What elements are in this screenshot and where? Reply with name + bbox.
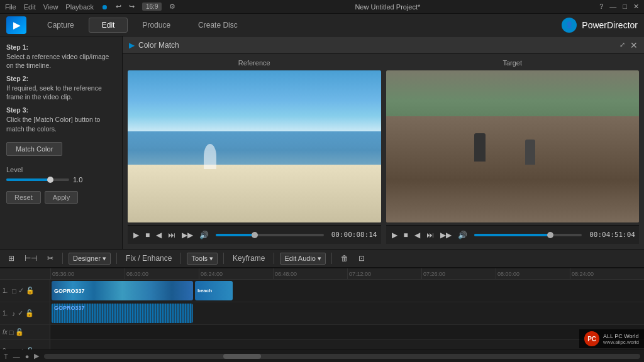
mountain-scene-bg bbox=[386, 70, 640, 222]
tgt-scrubber-fill bbox=[474, 234, 550, 236]
ref-step-fwd-btn[interactable]: ⏭ bbox=[166, 229, 177, 241]
designer-dropdown[interactable]: Designer ▾ bbox=[69, 253, 111, 265]
chevron-down-icon3: ▾ bbox=[318, 255, 321, 263]
target-pane: Target ▶ ■ ◀ ⏭ ▶▶ 🔊 bbox=[386, 59, 640, 244]
editor-toolbar: ⊞ ⊢⊣ ✂ Designer ▾ Fix / Enhance Tools ▾ … bbox=[0, 249, 644, 268]
tgt-stop-btn[interactable]: ■ bbox=[402, 229, 410, 241]
track-fx-controls: fx □ 🔓 bbox=[0, 325, 50, 339]
audio-clip-label: GOPRO337 bbox=[54, 305, 85, 311]
nav-left: ▶ Capture Edit Produce Create Disc bbox=[6, 16, 251, 34]
timeline-ruler: 05:36:00 06:00:00 06:24:00 06:48:00 07:1… bbox=[0, 268, 644, 280]
user-avatar: 👤 bbox=[562, 18, 577, 33]
help-btn[interactable]: ? bbox=[599, 3, 603, 11]
ruler-mark-7: 08:24:00 bbox=[570, 268, 644, 280]
unlink-btn[interactable]: ⊡ bbox=[355, 253, 368, 264]
dialog-close-button[interactable]: ✕ bbox=[630, 40, 638, 50]
close-btn[interactable]: ✕ bbox=[633, 3, 639, 11]
ref-audio-btn[interactable]: 🔊 bbox=[197, 229, 211, 241]
ref-prev-btn[interactable]: ◀ bbox=[154, 229, 164, 241]
dialog-header: ▶ Color Match ⤢ ✕ bbox=[123, 36, 644, 54]
tgt-audio-btn[interactable]: 🔊 bbox=[456, 229, 469, 241]
reference-controls: ▶ ■ ◀ ⏭ ▶▶ 🔊 00:00:08:14 bbox=[128, 225, 381, 244]
expand-icon[interactable]: ⤢ bbox=[619, 41, 625, 49]
clip-2-label: beach bbox=[197, 288, 212, 293]
step3: Step 3:Click the [Match Color] button to… bbox=[6, 106, 116, 133]
chevron-down-icon2: ▾ bbox=[209, 255, 213, 263]
reference-video bbox=[128, 70, 381, 222]
apply-button[interactable]: Apply bbox=[45, 191, 79, 204]
clip-1-thumb: GOPRO337 bbox=[52, 281, 193, 300]
reference-scrubber[interactable] bbox=[216, 234, 323, 236]
audio-clip-1[interactable]: GOPRO337 bbox=[52, 304, 193, 323]
track-fx-body[interactable] bbox=[50, 325, 644, 339]
track-audio-mute-icon[interactable]: ✓ bbox=[18, 309, 23, 317]
tab-produce[interactable]: Produce bbox=[129, 18, 184, 33]
top-menu-bar: File Edit View Playback ⏺ ↩ ↪ 16:9 ⚙ New… bbox=[0, 0, 644, 14]
toolbar-icon-undo[interactable]: ↩ bbox=[116, 3, 121, 11]
tgt-scrubber-head[interactable] bbox=[547, 232, 553, 238]
match-color-button[interactable]: Match Color bbox=[6, 142, 62, 156]
ref-play-btn[interactable]: ▶ bbox=[131, 229, 141, 241]
target-controls: ▶ ■ ◀ ⏭ ▶▶ 🔊 00:04:51:04 bbox=[386, 225, 640, 244]
toolbar-icon-settings[interactable]: ⚙ bbox=[169, 3, 175, 11]
level-slider[interactable] bbox=[6, 178, 69, 181]
video-clip-1[interactable]: GOPRO337 bbox=[52, 281, 193, 300]
track-video-icon[interactable]: □ bbox=[12, 287, 16, 295]
fx-lock-icon[interactable]: 🔓 bbox=[15, 328, 24, 336]
timeline-zoom-out-btn[interactable]: — bbox=[13, 353, 20, 360]
tab-edit[interactable]: Edit bbox=[89, 18, 128, 33]
menu-file[interactable]: File bbox=[5, 3, 16, 11]
nav-right: 👤 PowerDirector bbox=[562, 18, 638, 33]
fx-mute-icon[interactable]: □ bbox=[9, 329, 14, 336]
tab-capture[interactable]: Capture bbox=[34, 18, 87, 33]
toolbar-icon-redo[interactable]: ↪ bbox=[129, 3, 135, 11]
delete-btn[interactable]: 🗑 bbox=[338, 253, 352, 264]
toolbar-cut-btn[interactable]: ✂ bbox=[44, 253, 57, 264]
track-audio-icon[interactable]: ♪ bbox=[12, 310, 16, 317]
level-label: Level bbox=[6, 166, 116, 173]
clip-1-label: GOPRO337 bbox=[54, 288, 85, 294]
menu-edit[interactable]: Edit bbox=[24, 3, 36, 11]
ref-timecode: 00:00:08:14 bbox=[331, 231, 377, 239]
ref-next-btn[interactable]: ▶▶ bbox=[180, 229, 195, 241]
menu-view[interactable]: View bbox=[43, 3, 58, 11]
target-scrubber[interactable] bbox=[474, 234, 582, 236]
toolbar-icon-box[interactable]: 16:9 bbox=[142, 3, 162, 11]
tgt-prev-btn[interactable]: ◀ bbox=[413, 229, 422, 241]
tgt-next-btn[interactable]: ▶▶ bbox=[438, 229, 453, 241]
toolbar-split-btn[interactable]: ⊢⊣ bbox=[21, 253, 40, 264]
ref-stop-btn[interactable]: ■ bbox=[143, 229, 152, 241]
toolbar-snap-btn[interactable]: ⊞ bbox=[5, 253, 18, 264]
video-clip-2[interactable]: beach bbox=[195, 281, 233, 300]
minimize-btn[interactable]: — bbox=[609, 3, 616, 11]
app-brand: PowerDirector bbox=[582, 20, 638, 30]
maximize-btn[interactable]: □ bbox=[623, 3, 627, 11]
track-1-video-body[interactable]: GOPRO337 beach bbox=[50, 280, 644, 302]
tools-dropdown[interactable]: Tools ▾ bbox=[187, 253, 218, 265]
level-slider-row: 1.0 bbox=[6, 176, 116, 184]
edit-audio-dropdown[interactable]: Edit Audio ▾ bbox=[280, 253, 326, 265]
timeline-slider-btn[interactable]: ● bbox=[25, 353, 30, 360]
keyframe-btn[interactable]: Keyframe bbox=[230, 253, 268, 264]
tgt-play-btn[interactable]: ▶ bbox=[390, 229, 399, 241]
fix-enhance-btn[interactable]: Fix / Enhance bbox=[123, 253, 175, 264]
menu-playback[interactable]: Playback bbox=[65, 3, 94, 11]
track-1-audio-body[interactable]: GOPRO337 bbox=[50, 302, 644, 324]
track-mute-icon[interactable]: ✓ bbox=[18, 287, 24, 295]
toolbar-icon-capture[interactable]: ⏺ bbox=[101, 3, 108, 11]
timeline-scrollbar[interactable] bbox=[44, 354, 640, 359]
watermark-text: ALL PC World www.allpc.world bbox=[603, 333, 639, 345]
add-track-btn[interactable]: T bbox=[4, 353, 8, 360]
ruler-mark-5: 07:26:00 bbox=[421, 268, 496, 280]
app-logo: ▶ bbox=[6, 16, 26, 34]
tgt-step-fwd-btn[interactable]: ⏭ bbox=[425, 229, 436, 241]
ruler-mark-1: 06:00:00 bbox=[125, 268, 199, 280]
track-lock-icon[interactable]: 🔓 bbox=[26, 287, 35, 295]
tab-create-disc[interactable]: Create Disc bbox=[185, 18, 251, 33]
track-audio-lock-icon[interactable]: 🔓 bbox=[25, 309, 34, 317]
timeline-zoom-in-btn[interactable]: ▶ bbox=[34, 352, 39, 360]
ref-scrubber-head[interactable] bbox=[252, 232, 258, 238]
timeline-scroll-thumb[interactable] bbox=[223, 354, 261, 359]
tgt-timecode: 00:04:51:04 bbox=[589, 231, 635, 239]
reset-button[interactable]: Reset bbox=[6, 191, 41, 204]
